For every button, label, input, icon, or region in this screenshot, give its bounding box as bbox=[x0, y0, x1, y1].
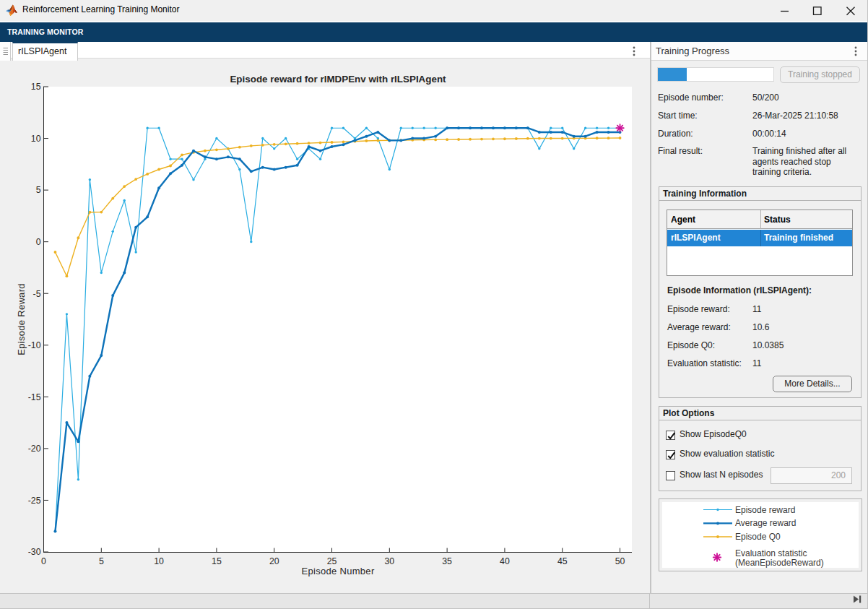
svg-text:-5: -5 bbox=[33, 289, 41, 299]
svg-text:40: 40 bbox=[500, 556, 510, 566]
svg-text:0: 0 bbox=[36, 237, 41, 247]
svg-text:5: 5 bbox=[36, 185, 41, 195]
svg-text:20: 20 bbox=[269, 556, 279, 566]
svg-text:Episode reward for rIMDPEnv wi: Episode reward for rIMDPEnv with rILSPIA… bbox=[230, 74, 446, 85]
svg-text:10: 10 bbox=[154, 556, 164, 566]
svg-text:30: 30 bbox=[384, 556, 394, 566]
svg-text:-25: -25 bbox=[28, 496, 41, 506]
svg-text:-10: -10 bbox=[28, 340, 41, 350]
svg-text:Episode Q0: Episode Q0 bbox=[735, 532, 781, 542]
svg-text:-15: -15 bbox=[28, 392, 41, 402]
svg-text:45: 45 bbox=[557, 556, 568, 566]
svg-text:0: 0 bbox=[41, 556, 46, 566]
svg-text:Average reward: Average reward bbox=[735, 518, 797, 528]
svg-text:Episode Number: Episode Number bbox=[301, 566, 374, 576]
svg-text:5: 5 bbox=[99, 556, 104, 566]
svg-text:10: 10 bbox=[31, 134, 41, 144]
svg-text:-30: -30 bbox=[28, 547, 41, 557]
svg-text:25: 25 bbox=[327, 556, 337, 566]
svg-text:Episode Reward: Episode Reward bbox=[16, 283, 27, 355]
svg-text:-20: -20 bbox=[28, 444, 41, 454]
svg-text:35: 35 bbox=[442, 556, 452, 566]
svg-text:(MeanEpisodeReward): (MeanEpisodeReward) bbox=[735, 558, 824, 568]
svg-text:50: 50 bbox=[615, 556, 625, 566]
svg-text:Episode reward: Episode reward bbox=[735, 505, 795, 515]
svg-text:15: 15 bbox=[212, 556, 222, 566]
svg-text:15: 15 bbox=[31, 82, 41, 92]
